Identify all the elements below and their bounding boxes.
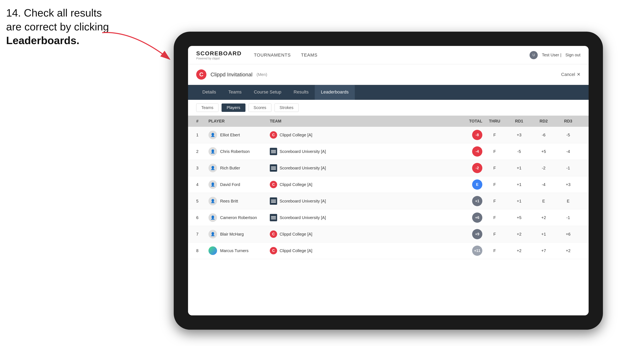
tab-results[interactable]: Results: [288, 85, 315, 100]
thru-4: F: [482, 182, 507, 187]
team-8: C Clippd College [A]: [270, 247, 352, 254]
rd3-1: -5: [556, 133, 580, 137]
rd1-3: +1: [507, 166, 532, 171]
table-row: 2 👤 Chris Robertson Scoreboard Universit…: [188, 143, 588, 160]
team-4: C Clippd College [A]: [270, 181, 352, 188]
col-spacer: [352, 119, 458, 124]
player-3: 👤 Rich Butler: [208, 164, 270, 172]
col-rank: #: [196, 119, 208, 124]
avatar-7: 👤: [208, 230, 217, 238]
table-row: 5 👤 Rees Britt Scoreboard University [A]…: [188, 193, 588, 209]
rd2-2: +5: [532, 149, 556, 154]
team-5: Scoreboard University [A]: [270, 197, 352, 205]
cancel-label: Cancel: [561, 72, 575, 77]
total-badge-8: +11: [472, 246, 482, 256]
close-icon: ✕: [577, 72, 580, 77]
nav-links: TOURNAMENTS TEAMS: [254, 51, 530, 59]
logo-sub: Powered by clippd: [196, 57, 242, 60]
rd2-3: -2: [532, 166, 556, 171]
total-badge-3: -2: [472, 163, 482, 173]
rd1-1: +3: [507, 133, 532, 137]
rd2-6: +2: [532, 215, 556, 220]
total-badge-5: +1: [472, 196, 482, 206]
rank-4: 4: [196, 182, 208, 187]
team-logo-sb-5: [270, 197, 277, 205]
tab-leaderboards[interactable]: Leaderboards: [315, 85, 355, 100]
instruction-line1: 14. Check all results: [6, 7, 102, 19]
nav-tournaments[interactable]: TOURNAMENTS: [254, 51, 291, 59]
signout-link[interactable]: Sign out: [566, 53, 580, 57]
avatar-6: 👤: [208, 213, 217, 222]
avatar-5: 👤: [208, 197, 217, 205]
team-logo-c-7: C: [270, 230, 277, 238]
thru-6: F: [482, 215, 507, 220]
rd1-4: +1: [507, 182, 532, 187]
avatar-3: 👤: [208, 164, 217, 172]
rd1-7: +2: [507, 232, 532, 237]
player-8: Marcus Turners: [208, 246, 270, 255]
team-1: C Clippd College [A]: [270, 131, 352, 139]
rank-8: 8: [196, 248, 208, 253]
tablet-frame: SCOREBOARD Powered by clippd TOURNAMENTS…: [174, 32, 603, 330]
rank-2: 2: [196, 149, 208, 154]
total-badge-6: +6: [472, 212, 482, 223]
player-7: 👤 Blair McHarg: [208, 230, 270, 238]
col-total: TOTAL: [458, 119, 482, 124]
filter-players[interactable]: Players: [222, 104, 246, 112]
tournament-header: C Clippd Invitational (Men) Cancel ✕: [188, 64, 588, 85]
cancel-button[interactable]: Cancel ✕: [561, 72, 580, 77]
rd3-5: E: [556, 199, 580, 203]
rd3-4: +3: [556, 182, 580, 187]
filter-scores[interactable]: Scores: [248, 104, 272, 112]
filter-row: Teams Players Scores Strokes: [188, 100, 588, 116]
team-logo-c-1: C: [270, 131, 277, 139]
rank-7: 7: [196, 232, 208, 237]
team-logo-c-4: C: [270, 181, 277, 188]
team-logo-sb-3: [270, 164, 277, 172]
tournament-logo: C: [196, 69, 206, 80]
col-rd3: RD3: [556, 119, 580, 124]
table-row: 8 Marcus Turners C Clippd College [A] +1…: [188, 242, 588, 259]
instruction-line3: Leaderboards.: [6, 34, 79, 46]
team-3: Scoreboard University [A]: [270, 164, 352, 172]
top-nav: SCOREBOARD Powered by clippd TOURNAMENTS…: [188, 46, 588, 64]
rd3-2: -4: [556, 149, 580, 154]
total-badge-7: +9: [472, 229, 482, 239]
tab-teams[interactable]: Teams: [222, 85, 248, 100]
thru-7: F: [482, 232, 507, 237]
nav-teams[interactable]: TEAMS: [301, 51, 318, 59]
instruction-line2: are correct by clicking: [6, 21, 109, 33]
col-player: PLAYER: [208, 119, 270, 124]
tab-course-setup[interactable]: Course Setup: [248, 85, 288, 100]
tournament-gender: (Men): [256, 72, 267, 77]
table-header: # PLAYER TEAM TOTAL THRU RD1 RD2 RD3: [188, 116, 588, 127]
rd1-5: +1: [507, 199, 532, 203]
rd3-8: +2: [556, 248, 580, 253]
logo-text: SCOREBOARD: [196, 50, 242, 57]
rd2-5: E: [532, 199, 556, 203]
total-badge-1: -8: [472, 130, 482, 140]
table-row: 3 👤 Rich Butler Scoreboard University [A…: [188, 160, 588, 176]
user-avatar: U: [530, 51, 538, 59]
thru-2: F: [482, 149, 507, 154]
team-2: Scoreboard University [A]: [270, 148, 352, 155]
player-6: 👤 Cameron Robertson: [208, 213, 270, 222]
rd1-6: +5: [507, 215, 532, 220]
nav-right: U Test User | Sign out: [530, 51, 580, 59]
col-team: TEAM: [270, 119, 352, 124]
rd2-1: -6: [532, 133, 556, 137]
filter-teams[interactable]: Teams: [196, 104, 218, 112]
tab-nav: Details Teams Course Setup Results Leade…: [188, 85, 588, 100]
filter-strokes[interactable]: Strokes: [274, 104, 298, 112]
leaderboard-table: # PLAYER TEAM TOTAL THRU RD1 RD2 RD3 1 👤…: [188, 116, 588, 315]
player-1: 👤 Elliot Ebert: [208, 131, 270, 139]
rd2-7: +1: [532, 232, 556, 237]
team-logo-c-8: C: [270, 247, 277, 254]
tournament-title-area: C Clippd Invitational (Men): [196, 69, 267, 80]
tab-details[interactable]: Details: [196, 85, 222, 100]
total-badge-4: E: [472, 179, 482, 190]
instruction-text: 14. Check all results are correct by cli…: [6, 6, 109, 48]
table-row: 7 👤 Blair McHarg C Clippd College [A] +9…: [188, 226, 588, 242]
rd1-8: +2: [507, 248, 532, 253]
thru-8: F: [482, 248, 507, 253]
